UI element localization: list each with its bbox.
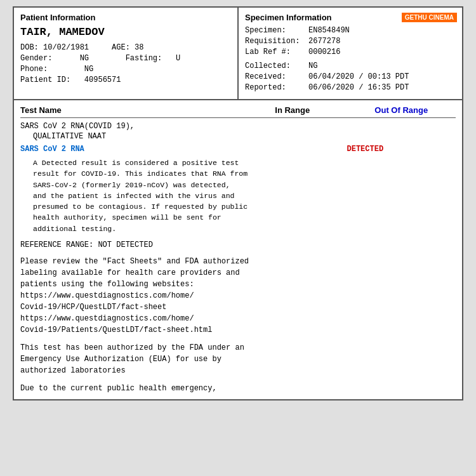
results-section: Test Name In Range Out Of Range SARS CoV… [14, 100, 462, 399]
patient-name: TAIR, MAMEDOV [20, 26, 231, 38]
fasting-value: U [176, 54, 180, 63]
lab-ref-row: Lab Ref #: 0000216 [245, 48, 456, 56]
patient-info-section: Patient Information TAIR, MAMEDOV DOB: 1… [14, 8, 239, 99]
eua-text: This test has been authorized by the FDA… [20, 342, 456, 376]
phone-line: Phone: NG [20, 65, 231, 74]
requisition-value: 2677278 [308, 37, 340, 46]
reported-value: 06/06/2020 / 16:35 PDT [308, 83, 409, 92]
collected-value: NG [308, 62, 317, 70]
received-row: Received: 06/04/2020 / 00:13 PDT [245, 72, 456, 81]
specimen-grid: Specimen: EN854849N Requisition: 2677278… [245, 26, 456, 92]
patient-id-line: Patient ID: 40956571 [20, 76, 231, 84]
gender-label: Gender: [20, 54, 52, 63]
col-test-label: Test Name [20, 105, 238, 115]
specimen-label: Specimen: [245, 26, 308, 35]
sars-detected-value: DETECTED [347, 145, 456, 154]
patient-info-title: Patient Information [20, 13, 231, 22]
age-label: AGE: [112, 43, 130, 52]
col-out-range-label: Out Of Range [347, 105, 456, 115]
specimen-value: EN854849N [308, 26, 350, 35]
collected-row: Collected: NG [245, 62, 456, 70]
dob-label: DOB: [20, 43, 39, 52]
test-name-line1: SARS CoV 2 RNA(COVID 19), [20, 122, 456, 131]
header-row: Patient Information TAIR, MAMEDOV DOB: 1… [14, 8, 462, 100]
age-value: 38 [135, 43, 143, 52]
gender-fasting-line: Gender: NG Fasting: U [20, 54, 231, 63]
reported-label: Reported: [245, 83, 308, 92]
gender-value: NG [80, 54, 89, 63]
results-header: Test Name In Range Out Of Range [20, 105, 456, 118]
description-text: A Detected result is considered a positi… [33, 159, 248, 233]
col-in-range-label: In Range [238, 105, 347, 115]
sars-result-row: SARS CoV 2 RNA DETECTED [20, 145, 456, 154]
received-value: 06/04/2020 / 00:13 PDT [308, 72, 409, 81]
test-name-line2: QUALITATIVE NAAT [33, 132, 456, 141]
please-review: Please review the "Fact Sheets" and FDA … [20, 256, 456, 336]
fasting-label: Fasting: [126, 54, 162, 63]
lab-ref-value: 0000216 [308, 48, 340, 56]
patient-id-label: Patient ID: [20, 76, 70, 84]
report-container: GETHU CINEMA Patient Information TAIR, M… [13, 6, 463, 400]
requisition-label: Requisition: [245, 37, 308, 46]
sars-cov-label: SARS CoV 2 RNA [20, 145, 238, 154]
ref-range: REFERENCE RANGE: NOT DETECTED [20, 241, 456, 249]
phone-label: Phone: [20, 65, 48, 74]
dob-value: 10/02/1981 [43, 43, 89, 52]
public-health-text: Due to the current public health emergen… [20, 383, 456, 394]
result-description: A Detected result is considered a positi… [33, 157, 456, 234]
watermark-badge: GETHU CINEMA [402, 13, 457, 22]
reported-row: Reported: 06/06/2020 / 16:35 PDT [245, 83, 456, 92]
lab-ref-label: Lab Ref #: [245, 48, 308, 56]
requisition-row: Requisition: 2677278 [245, 37, 456, 46]
collected-label: Collected: [245, 62, 308, 70]
phone-value: NG [84, 65, 93, 74]
patient-id-value: 40956571 [84, 76, 121, 84]
specimen-row: Specimen: EN854849N [245, 26, 456, 35]
dob-age-line: DOB: 10/02/1981 AGE: 38 [20, 43, 231, 52]
received-label: Received: [245, 72, 308, 81]
